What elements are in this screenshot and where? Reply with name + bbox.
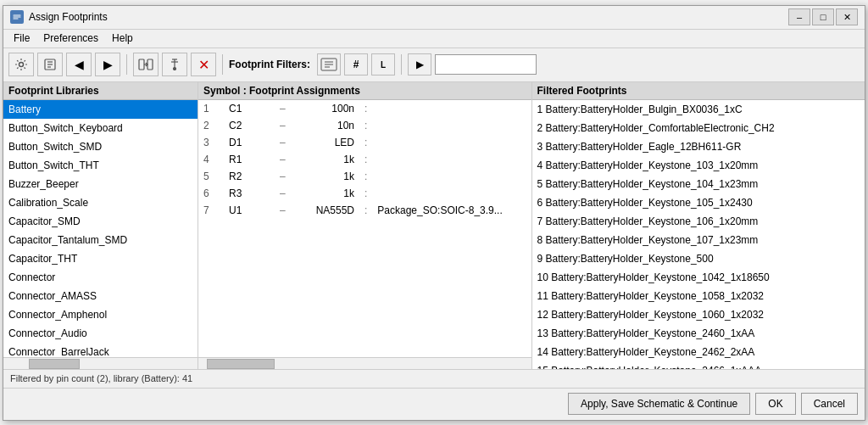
symbol-assignments-list[interactable]: 1C1–100n:2C2–10n:3D1–LED:4R1–1k:5R2–1k:6… <box>198 100 531 357</box>
separator-1 <box>126 54 127 75</box>
table-row[interactable]: 6R3–1k: <box>198 185 531 202</box>
right-panel: Filtered Footprints 1 Battery:BatteryHol… <box>532 82 865 369</box>
status-bar: Filtered by pin count (2), library (Batt… <box>3 369 865 388</box>
symbol-table: 1C1–100n:2C2–10n:3D1–LED:4R1–1k:5R2–1k:6… <box>198 100 531 219</box>
apply-button[interactable]: Apply, Save Schematic & Continue <box>568 393 750 415</box>
middle-panel-header: Symbol : Footprint Assignments <box>198 82 531 100</box>
library-item[interactable]: Capacitor_SMD <box>3 212 198 231</box>
menu-file[interactable]: File <box>7 31 36 46</box>
bottom-bar: Apply, Save Schematic & Continue OK Canc… <box>3 388 865 420</box>
table-row[interactable]: 5R2–1k: <box>198 168 531 185</box>
menu-preferences[interactable]: Preferences <box>36 31 105 46</box>
main-window: Assign Footprints – □ ✕ File Preferences… <box>3 5 865 421</box>
title-bar: Assign Footprints – □ ✕ <box>3 6 865 30</box>
middle-panel-hscroll[interactable] <box>198 357 531 369</box>
footprint-item[interactable]: 13 Battery:BatteryHolder_Keystone_2460_1… <box>532 324 865 343</box>
footprint-item[interactable]: 5 Battery:BatteryHolder_Keystone_104_1x2… <box>532 175 865 193</box>
library-item[interactable]: Capacitor_Tantalum_SMD <box>3 231 198 249</box>
menu-help[interactable]: Help <box>105 31 140 46</box>
library-item[interactable]: Button_Switch_SMD <box>3 137 198 156</box>
table-row[interactable]: 7U1–NA555D:Package_SO:SOIC-8_3.9... <box>198 202 531 219</box>
toolbar: ◀ ▶ ✕ Footprint Filters: <box>3 48 865 82</box>
table-row[interactable]: 4R1–1k: <box>198 151 531 168</box>
library-item[interactable]: Button_Switch_THT <box>3 156 198 175</box>
library-item[interactable]: Battery <box>3 100 198 119</box>
assign-button[interactable] <box>133 53 159 76</box>
maximize-button[interactable]: □ <box>812 8 834 25</box>
clear-button[interactable]: ✕ <box>191 53 216 76</box>
window-controls: – □ ✕ <box>788 8 858 25</box>
middle-panel: Symbol : Footprint Assignments 1C1–100n:… <box>198 82 532 369</box>
footprint-item[interactable]: 8 Battery:BatteryHolder_Keystone_107_1x2… <box>532 231 865 249</box>
left-panel: Footprint Libraries BatteryButton_Switch… <box>3 82 198 369</box>
svg-point-1 <box>19 63 24 67</box>
footprint-item[interactable]: 4 Battery:BatteryHolder_Keystone_103_1x2… <box>532 156 865 175</box>
footprint-item[interactable]: 7 Battery:BatteryHolder_Keystone_106_1x2… <box>532 212 865 231</box>
filter-hash-button[interactable]: # <box>344 53 368 75</box>
settings-button[interactable] <box>8 53 34 76</box>
left-panel-hscroll-thumb[interactable] <box>29 359 80 369</box>
footprint-item[interactable]: 15 Battery:BatteryHolder_Keystone_2466_1… <box>532 361 865 369</box>
footprint-item[interactable]: 10 Battery:BatteryHolder_Keystone_1042_1… <box>532 268 865 287</box>
library-item[interactable]: Button_Switch_Keyboard <box>3 119 198 137</box>
close-button[interactable]: ✕ <box>836 8 858 25</box>
footprint-item[interactable]: 11 Battery:BatteryHolder_Keystone_1058_1… <box>532 287 865 305</box>
filter-ref-button[interactable] <box>317 53 341 75</box>
library-item[interactable]: Connector_Audio <box>3 324 198 343</box>
filter-label: Footprint Filters: <box>229 59 310 70</box>
table-row[interactable]: 3D1–LED: <box>198 134 531 151</box>
back-button[interactable]: ◀ <box>66 53 92 76</box>
forward-button[interactable]: ▶ <box>95 53 120 76</box>
right-panel-header: Filtered Footprints <box>532 82 865 100</box>
status-text: Filtered by pin count (2), library (Batt… <box>10 373 192 383</box>
footprint-item[interactable]: 6 Battery:BatteryHolder_Keystone_105_1x2… <box>532 193 865 212</box>
svg-rect-7 <box>147 59 153 70</box>
filter-lib-button[interactable]: L <box>371 53 395 75</box>
footprint-item[interactable]: 12 Battery:BatteryHolder_Keystone_1060_1… <box>532 305 865 324</box>
footprint-item[interactable]: 9 Battery:BatteryHolder_Keystone_500 <box>532 249 865 268</box>
library-item[interactable]: Connector_BarrelJack <box>3 343 198 357</box>
window-icon <box>10 10 24 24</box>
ok-button[interactable]: OK <box>755 393 795 415</box>
filter-input[interactable] <box>435 54 537 75</box>
main-content: Footprint Libraries BatteryButton_Switch… <box>3 82 865 369</box>
library-item[interactable]: Calibration_Scale <box>3 193 198 212</box>
left-panel-hscroll[interactable] <box>3 357 198 369</box>
library-item[interactable]: Buzzer_Beeper <box>3 175 198 193</box>
svg-rect-6 <box>139 59 144 70</box>
separator-3 <box>401 54 402 75</box>
window-title: Assign Footprints <box>29 11 788 23</box>
library-item[interactable]: Connector_AMASS <box>3 287 198 305</box>
filtered-footprints-list[interactable]: 1 Battery:BatteryHolder_Bulgin_BX0036_1x… <box>532 100 865 369</box>
library-item[interactable]: Connector_Amphenol <box>3 305 198 324</box>
middle-panel-hscroll-thumb[interactable] <box>207 359 275 369</box>
footprint-item[interactable]: 14 Battery:BatteryHolder_Keystone_2462_2… <box>532 343 865 361</box>
library-item[interactable]: Capacitor_THT <box>3 249 198 268</box>
table-row[interactable]: 1C1–100n: <box>198 100 531 117</box>
footprint-item[interactable]: 1 Battery:BatteryHolder_Bulgin_BX0036_1x… <box>532 100 865 119</box>
svg-point-12 <box>174 68 176 70</box>
separator-2 <box>222 54 223 75</box>
footprint-item[interactable]: 3 Battery:BatteryHolder_Eagle_12BH611-GR <box>532 137 865 156</box>
view-button[interactable] <box>37 53 63 76</box>
run-button[interactable]: ▶ <box>408 53 431 75</box>
left-panel-header: Footprint Libraries <box>3 82 198 100</box>
pin-button[interactable] <box>162 53 187 76</box>
cancel-button[interactable]: Cancel <box>801 393 858 415</box>
minimize-button[interactable]: – <box>788 8 810 25</box>
table-row[interactable]: 2C2–10n: <box>198 117 531 134</box>
footprint-item[interactable]: 2 Battery:BatteryHolder_ComfortableElect… <box>532 119 865 137</box>
menu-bar: File Preferences Help <box>3 30 865 48</box>
library-item[interactable]: Connector <box>3 268 198 287</box>
footprint-libraries-list[interactable]: BatteryButton_Switch_KeyboardButton_Swit… <box>3 100 198 357</box>
